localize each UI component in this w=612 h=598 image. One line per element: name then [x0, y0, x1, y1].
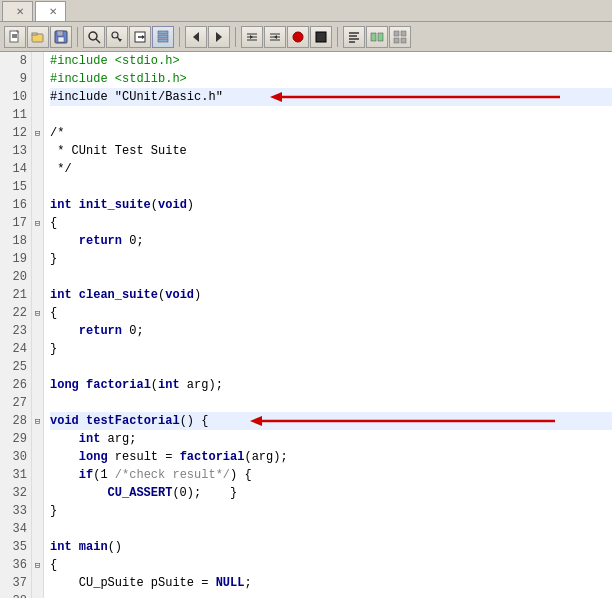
- toolbar-stop-btn[interactable]: [310, 26, 332, 48]
- toolbar-save-btn[interactable]: [50, 26, 72, 48]
- line-num-28: 28: [0, 412, 31, 430]
- code-line-15: [50, 178, 612, 196]
- code-line-23: return 0;: [50, 322, 612, 340]
- code-line-30: long result = factorial(arg);: [50, 448, 612, 466]
- toolbar-bookmark-btn[interactable]: [152, 26, 174, 48]
- toolbar-group-5: [343, 26, 411, 48]
- line-num-37: 37: [0, 574, 31, 592]
- fold-marker-21: [32, 286, 43, 304]
- svg-rect-36: [394, 31, 399, 36]
- fold-marker-31: [32, 466, 43, 484]
- code-line-21: int clean_suite(void): [50, 286, 612, 304]
- svg-marker-18: [193, 32, 199, 42]
- fold-marker-18: [32, 232, 43, 250]
- line-num-23: 23: [0, 322, 31, 340]
- svg-rect-4: [32, 33, 37, 35]
- tab-newcunittest1-c-close[interactable]: ✕: [49, 6, 57, 17]
- svg-rect-38: [394, 38, 399, 43]
- svg-rect-39: [401, 38, 406, 43]
- line-num-8: 8: [0, 52, 31, 70]
- code-line-20: [50, 268, 612, 286]
- code-line-37: CU_pSuite pSuite = NULL;: [50, 574, 612, 592]
- toolbar: [0, 22, 612, 52]
- line-num-29: 29: [0, 430, 31, 448]
- fold-marker-23: [32, 322, 43, 340]
- editor[interactable]: 8910111213141516171819202122232425262728…: [0, 52, 612, 598]
- tab-newcunittest1-c[interactable]: ✕: [35, 1, 66, 21]
- toolbar-break-btn[interactable]: [287, 26, 309, 48]
- svg-rect-17: [158, 39, 168, 42]
- svg-rect-6: [57, 31, 63, 36]
- toolbar-extra-btn[interactable]: [389, 26, 411, 48]
- svg-rect-34: [371, 33, 376, 41]
- fold-marker-35: [32, 538, 43, 556]
- code-line-14: */: [50, 160, 612, 178]
- fold-marker-37: [32, 574, 43, 592]
- code-lines: #include <stdio.h>#include <stdlib.h>#in…: [44, 52, 612, 598]
- line-num-24: 24: [0, 340, 31, 358]
- code-line-13: * CUnit Test Suite: [50, 142, 612, 160]
- line-num-14: 14: [0, 160, 31, 178]
- toolbar-align-btn[interactable]: [343, 26, 365, 48]
- svg-point-8: [89, 32, 97, 40]
- line-num-22: 22: [0, 304, 31, 322]
- fold-marker-20: [32, 268, 43, 286]
- code-line-10: #include "CUnit/Basic.h": [50, 88, 612, 106]
- svg-marker-19: [216, 32, 222, 42]
- fold-marker-12[interactable]: ⊟: [32, 124, 43, 142]
- line-num-10: 10: [0, 88, 31, 106]
- toolbar-goto-btn[interactable]: [129, 26, 151, 48]
- code-line-19: }: [50, 250, 612, 268]
- toolbar-macro-btn[interactable]: [366, 26, 388, 48]
- line-num-21: 21: [0, 286, 31, 304]
- toolbar-group-3: [185, 26, 230, 48]
- code-line-27: [50, 394, 612, 412]
- toolbar-search-btn[interactable]: [83, 26, 105, 48]
- fold-marker-28[interactable]: ⊟: [32, 412, 43, 430]
- toolbar-sep-4: [337, 27, 338, 47]
- line-num-34: 34: [0, 520, 31, 538]
- svg-marker-23: [250, 35, 253, 39]
- tab-main-c[interactable]: ✕: [2, 1, 33, 21]
- line-numbers: 8910111213141516171819202122232425262728…: [0, 52, 32, 598]
- line-num-11: 11: [0, 106, 31, 124]
- toolbar-indent-btn[interactable]: [241, 26, 263, 48]
- line-num-15: 15: [0, 178, 31, 196]
- toolbar-prev-btn[interactable]: [185, 26, 207, 48]
- fold-marker-30: [32, 448, 43, 466]
- toolbar-group-4: [241, 26, 332, 48]
- svg-rect-37: [401, 31, 406, 36]
- line-num-32: 32: [0, 484, 31, 502]
- fold-marker-29: [32, 430, 43, 448]
- toolbar-new-btn[interactable]: [4, 26, 26, 48]
- line-num-30: 30: [0, 448, 31, 466]
- fold-marker-13: [32, 142, 43, 160]
- line-num-12: 12: [0, 124, 31, 142]
- line-num-31: 31: [0, 466, 31, 484]
- fold-marker-38: [32, 592, 43, 598]
- fold-marker-25: [32, 358, 43, 376]
- line-num-26: 26: [0, 376, 31, 394]
- line-num-38: 38: [0, 592, 31, 598]
- line-num-13: 13: [0, 142, 31, 160]
- line-num-33: 33: [0, 502, 31, 520]
- code-line-26: long factorial(int arg);: [50, 376, 612, 394]
- toolbar-open-btn[interactable]: [27, 26, 49, 48]
- toolbar-outdent-btn[interactable]: [264, 26, 286, 48]
- code-line-33: }: [50, 502, 612, 520]
- svg-line-9: [96, 39, 100, 43]
- code-line-36: {: [50, 556, 612, 574]
- fold-marker-17[interactable]: ⊟: [32, 214, 43, 232]
- code-line-9: #include <stdlib.h>: [50, 70, 612, 88]
- code-line-17: {: [50, 214, 612, 232]
- fold-marker-36[interactable]: ⊟: [32, 556, 43, 574]
- toolbar-sep-1: [77, 27, 78, 47]
- code-line-35: int main(): [50, 538, 612, 556]
- code-line-25: [50, 358, 612, 376]
- code-line-38: [50, 592, 612, 598]
- toolbar-next-btn[interactable]: [208, 26, 230, 48]
- tab-main-c-close[interactable]: ✕: [16, 6, 24, 17]
- fold-marker-22[interactable]: ⊟: [32, 304, 43, 322]
- toolbar-replace-btn[interactable]: [106, 26, 128, 48]
- toolbar-sep-3: [235, 27, 236, 47]
